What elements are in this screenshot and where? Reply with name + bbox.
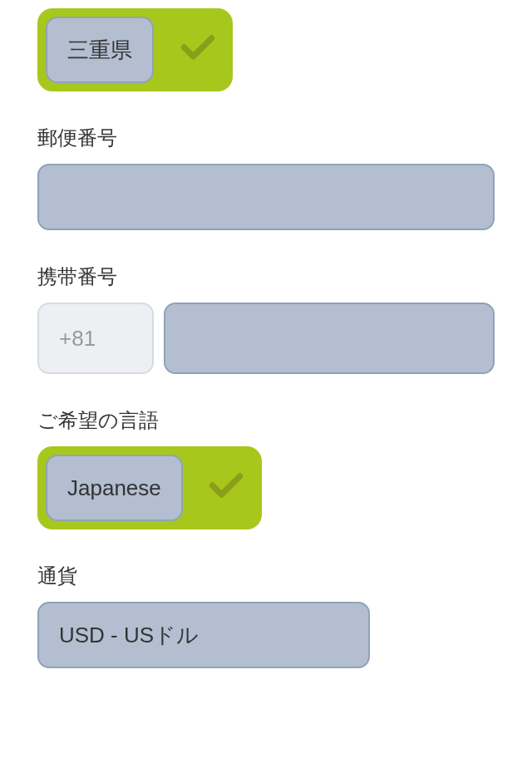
language-group: ご希望の言語 Japanese [37,407,495,529]
phone-prefix: +81 [37,303,154,374]
mobile-group: 携带番号 +81 [37,263,495,374]
language-label: ご希望の言語 [37,407,495,434]
language-select-combo: Japanese [37,446,262,529]
prefecture-select[interactable]: 三重県 [46,17,154,83]
language-select[interactable]: Japanese [46,455,183,521]
currency-label: 通貨 [37,563,495,589]
postal-code-label: 郵便番号 [37,125,495,151]
currency-value: USD - USドル [59,621,199,650]
check-icon [180,29,216,71]
check-icon [208,467,244,509]
phone-input[interactable] [164,303,495,374]
postal-code-group: 郵便番号 [37,125,495,230]
prefecture-group: 三重県 [37,8,495,91]
mobile-label: 携带番号 [37,263,495,290]
postal-code-input[interactable] [37,164,495,230]
phone-row: +81 [37,303,495,374]
prefecture-value: 三重県 [67,36,132,65]
language-value: Japanese [67,475,161,501]
currency-group: 通貨 USD - USドル [37,563,495,668]
prefecture-select-combo: 三重県 [37,8,233,91]
language-check-icon-wrap [191,446,262,529]
prefecture-check-icon-wrap [162,8,233,91]
currency-select[interactable]: USD - USドル [37,602,370,668]
phone-prefix-value: +81 [59,326,96,352]
